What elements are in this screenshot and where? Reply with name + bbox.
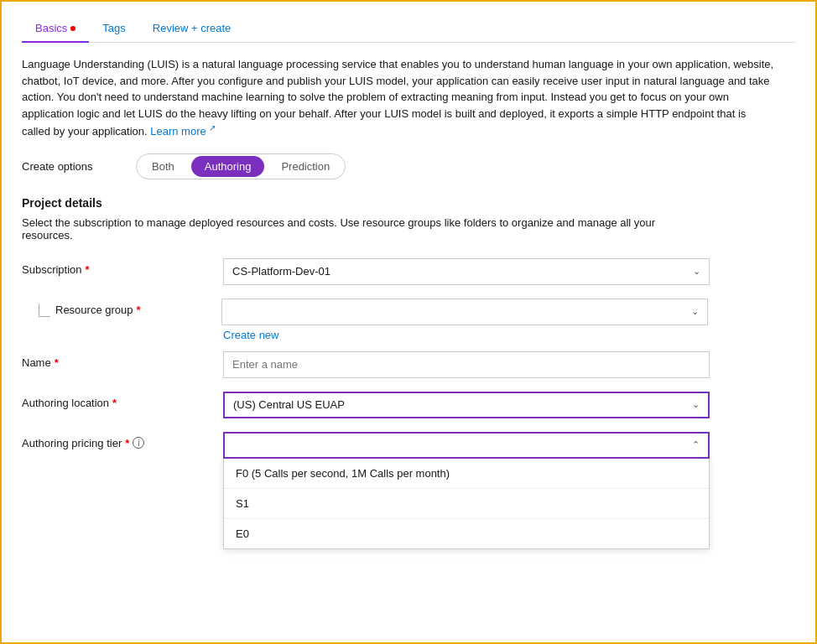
tags-tab-label: Tags — [102, 22, 125, 34]
authoring-pricing-control: ⌃ F0 (5 Calls per second, 1M Calls per m… — [223, 432, 710, 459]
resource-group-control: ⌄ — [221, 299, 708, 325]
tab-bar: Basics Tags Review + create — [22, 15, 795, 43]
create-options-toggle: Both Authoring Prediction — [136, 153, 346, 179]
name-control — [223, 351, 710, 378]
resource-group-label: Resource group * — [55, 299, 221, 316]
subscription-arrow-icon: ⌄ — [693, 266, 700, 277]
subscription-label: Subscription * — [22, 258, 223, 276]
subscription-control: CS-Platform-Dev-01 ⌄ — [223, 258, 710, 285]
project-details-desc: Select the subscription to manage deploy… — [22, 216, 693, 242]
name-row: Name * — [22, 351, 795, 378]
resource-group-arrow-icon: ⌄ — [691, 306, 699, 317]
authoring-location-dropdown[interactable]: (US) Central US EUAP ⌄ — [223, 392, 710, 418]
authoring-pricing-label: Authoring pricing tier * i — [22, 432, 223, 449]
authoring-pricing-required: * — [125, 437, 129, 449]
tab-review-create[interactable]: Review + create — [139, 15, 245, 43]
basics-tab-dot — [70, 26, 75, 31]
pricing-option-f0[interactable]: F0 (5 Calls per second, 1M Calls per mon… — [224, 459, 709, 489]
name-input[interactable] — [223, 351, 710, 378]
review-create-tab-label: Review + create — [153, 22, 232, 34]
create-new-resource-group-link[interactable]: Create new — [223, 329, 795, 341]
resource-group-dropdown[interactable]: ⌄ — [221, 299, 708, 325]
subscription-row: Subscription * CS-Platform-Dev-01 ⌄ — [22, 258, 795, 285]
learn-more-link[interactable]: Learn more ↗ — [150, 125, 216, 138]
authoring-pricing-dropdown[interactable]: ⌃ — [223, 432, 710, 459]
authoring-pricing-arrow-icon: ⌃ — [692, 439, 700, 450]
connector-line — [39, 304, 50, 317]
service-description: Language Understanding (LUIS) is a natur… — [22, 56, 777, 140]
subscription-dropdown[interactable]: CS-Platform-Dev-01 ⌄ — [223, 258, 710, 285]
authoring-location-arrow-icon: ⌄ — [692, 399, 700, 410]
subscription-required: * — [86, 263, 90, 276]
basics-tab-label: Basics — [35, 22, 67, 34]
pricing-option-s1[interactable]: S1 — [224, 489, 709, 519]
project-details-section: Project details Select the subscription … — [22, 196, 795, 242]
name-label: Name * — [22, 351, 223, 369]
indent-connector — [22, 299, 55, 317]
authoring-pricing-info-icon[interactable]: i — [133, 437, 144, 449]
resource-group-required: * — [137, 304, 141, 316]
project-details-title: Project details — [22, 196, 795, 210]
create-options-label: Create options — [22, 160, 122, 173]
authoring-pricing-menu: F0 (5 Calls per second, 1M Calls per mon… — [223, 459, 710, 549]
name-required: * — [55, 356, 59, 369]
authoring-location-required: * — [112, 397, 117, 409]
external-link-icon: ↗ — [209, 123, 216, 132]
create-options-row: Create options Both Authoring Prediction — [22, 153, 795, 179]
tab-basics[interactable]: Basics — [22, 15, 89, 43]
authoring-pricing-row: Authoring pricing tier * i ⌃ F0 (5 Calls… — [22, 432, 795, 459]
authoring-location-row: Authoring location * (US) Central US EUA… — [22, 392, 795, 418]
toggle-authoring[interactable]: Authoring — [191, 156, 265, 177]
authoring-location-control: (US) Central US EUAP ⌄ — [223, 392, 710, 418]
toggle-both[interactable]: Both — [138, 156, 188, 177]
subscription-value: CS-Platform-Dev-01 — [232, 265, 330, 278]
authoring-location-label: Authoring location * — [22, 392, 223, 409]
toggle-prediction[interactable]: Prediction — [268, 156, 343, 177]
authoring-location-value: (US) Central US EUAP — [233, 398, 345, 411]
resource-group-row: Resource group * ⌄ — [22, 299, 795, 325]
tab-tags[interactable]: Tags — [89, 15, 138, 43]
pricing-option-e0[interactable]: E0 — [224, 519, 709, 548]
description-text: Language Understanding (LUIS) is a natur… — [22, 58, 773, 138]
